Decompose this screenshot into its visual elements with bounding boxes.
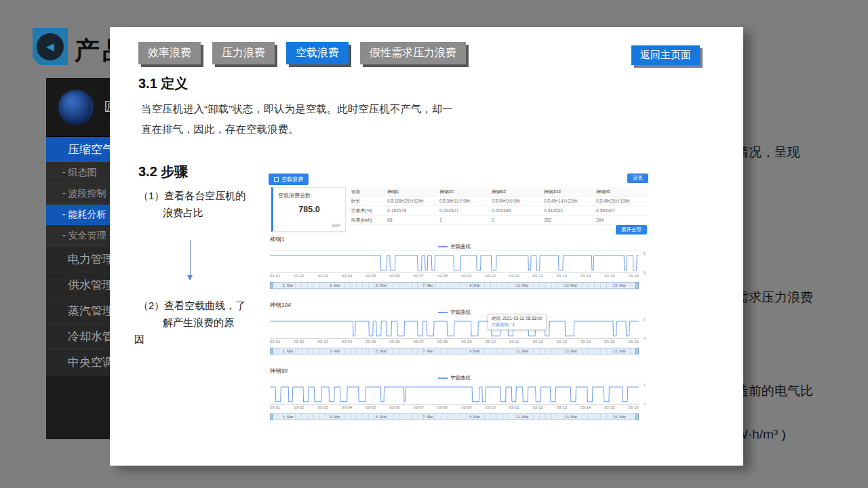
- table-cell: 0.000336: [492, 208, 544, 213]
- step-1-line: （1）查看各台空压机的: [134, 187, 270, 204]
- x-axis-tick: 03-01: [270, 405, 280, 409]
- datazoom-label: 1. Mar: [283, 415, 294, 419]
- datazoom-label: 3. Mar: [330, 349, 340, 353]
- dashboard-title: 空载浪费: [281, 176, 303, 183]
- datazoom-handle-left[interactable]: [270, 282, 273, 289]
- back-arrow-glyph: ◀: [37, 33, 64, 60]
- legend-label: 空载曲线: [450, 375, 471, 382]
- legend-line-icon: [438, 378, 448, 379]
- datazoom-label: 3. Mar: [330, 415, 340, 419]
- table-cell: 空载率(%): [351, 207, 387, 214]
- machine-chart: 神钢1空载曲线1003-0103-0203-0303-0403-0503-060…: [270, 236, 648, 297]
- x-axis-tick: 03-16: [629, 405, 639, 409]
- table-cell: 电量(kwh): [351, 217, 387, 224]
- column-header: 神钢2#: [439, 188, 492, 195]
- datazoom-handle-right[interactable]: [635, 348, 639, 354]
- legend-label: 空载曲线: [450, 309, 471, 316]
- waste-type-tabs: 效率浪费压力浪费空载浪费假性需求压力浪费: [138, 42, 466, 64]
- x-axis-tick: 03-02: [294, 274, 304, 278]
- datazoom-handle-left[interactable]: [270, 413, 273, 420]
- x-axis-tick: 03-07: [414, 405, 424, 409]
- background-text-fragment: 造前的电气比: [736, 382, 813, 400]
- settings-button[interactable]: 设置: [627, 174, 648, 183]
- app-logo-icon: [58, 89, 94, 125]
- table-cell: 68: [387, 218, 439, 222]
- column-header: 神钢9#: [596, 188, 648, 195]
- x-axis-tick: 03-02: [294, 340, 304, 344]
- column-header: 设备: [351, 188, 387, 195]
- table-cell: 0: [492, 218, 544, 222]
- x-axis-tick: 03-01: [270, 274, 280, 278]
- card-unit: kWh: [332, 223, 340, 228]
- x-axis-tick: 03-13: [557, 274, 567, 278]
- datazoom-label: 1. Mar: [283, 349, 294, 353]
- x-axis-tick: 03-12: [532, 405, 542, 409]
- tab-waste-type[interactable]: 假性需求压力浪费: [360, 42, 466, 64]
- tab-waste-type[interactable]: 空载浪费: [286, 42, 349, 64]
- definition-line: 直在排气，因此，存在空载浪费。: [141, 119, 534, 140]
- datazoom-slider[interactable]: 1. Mar3. Mar5. Mar7. Mar9. Mar11. Mar13.…: [270, 348, 639, 354]
- table-cell: 0天0时11分9秒: [439, 198, 492, 205]
- table-cell: 0.614521: [544, 208, 596, 213]
- table-row: 电量(kwh)6810352364: [351, 216, 648, 225]
- table-cell: 0天18时25分52秒: [387, 198, 439, 205]
- x-axis-tick: 03-13: [557, 340, 567, 344]
- datazoom-label: 9. Mar: [469, 415, 480, 419]
- expand-all-button[interactable]: 展开全部: [616, 225, 647, 235]
- definition-line: 当空压机进入“卸载”状态，即认为是空载。此时空压机不产气，却一: [141, 99, 534, 119]
- x-axis-tick: 03-04: [342, 405, 352, 409]
- table-cell: 0.002427: [439, 208, 492, 213]
- chart-legend[interactable]: 空载曲线: [270, 375, 639, 382]
- chart-plot-area[interactable]: 10时间: 2021-03-12 08:33:00空载曲线 : 1: [270, 316, 639, 339]
- legend-line-icon: [438, 246, 448, 247]
- y-axis-tick: 1: [644, 251, 646, 256]
- x-axis-tick: 03-06: [389, 340, 399, 344]
- dashboard-title-badge: 空载浪费: [269, 174, 309, 185]
- table-header-row: 设备神钢1神钢2#神钢6#神钢10#神钢9#: [351, 187, 648, 197]
- datazoom-slider[interactable]: 1. Mar3. Mar5. Mar7. Mar9. Mar11. Mar13.…: [270, 413, 639, 420]
- datazoom-slider[interactable]: 1. Mar3. Mar5. Mar7. Mar9. Mar11. Mar13.…: [270, 282, 639, 289]
- x-axis-tick: 03-07: [414, 274, 424, 278]
- x-axis-tick: 03-08: [437, 340, 448, 344]
- step-1: （1）查看各台空压机的 浪费占比: [134, 187, 270, 221]
- table-row: 空载率(%)0.1925780.0024270.0003360.6145210.…: [351, 206, 648, 216]
- x-axis-tick: 03-15: [604, 340, 614, 344]
- table-cell: 0天0时0分9秒: [492, 198, 544, 205]
- chart-plot-area[interactable]: 10: [270, 382, 639, 405]
- down-arrow-icon: [190, 240, 191, 278]
- x-axis-tick: 03-06: [389, 274, 399, 278]
- datazoom-label: 5. Mar: [376, 415, 387, 419]
- datazoom-label: 1. Mar: [283, 283, 294, 287]
- badge-square-icon: [274, 177, 279, 182]
- datazoom-label: 5. Mar: [376, 349, 387, 353]
- x-axis-tick: 03-01: [270, 340, 280, 344]
- x-axis-tick: 03-12: [532, 274, 542, 278]
- step-1-line: 浪费占比: [134, 204, 270, 221]
- table-cell: 0天4时14分22秒: [544, 198, 596, 205]
- back-arrow-icon[interactable]: ◀: [33, 28, 68, 65]
- x-axis-tick: 03-10: [485, 340, 495, 344]
- chart-plot-area[interactable]: 10: [270, 250, 639, 273]
- x-axis-labels: 03-0103-0203-0303-0403-0503-0603-0703-08…: [270, 405, 639, 409]
- card-value: 785.0: [273, 205, 345, 214]
- chart-legend[interactable]: 空载曲线: [270, 309, 639, 316]
- datazoom-label: 15. Mar: [613, 283, 626, 287]
- tooltip-time: 时间: 2021-03-12 08:33:00: [492, 316, 542, 322]
- tab-waste-type[interactable]: 压力浪费: [212, 42, 275, 64]
- legend-line-icon: [438, 312, 448, 313]
- machine-chart: 神钢10#空载曲线10时间: 2021-03-12 08:33:00空载曲线 :…: [270, 302, 648, 363]
- tab-waste-type[interactable]: 效率浪费: [138, 42, 201, 64]
- x-axis-tick: 03-07: [414, 340, 424, 344]
- return-home-button[interactable]: 返回主页面: [631, 45, 700, 65]
- datazoom-handle-right[interactable]: [635, 282, 639, 289]
- x-axis-tick: 03-11: [509, 274, 519, 278]
- datazoom-handle-left[interactable]: [270, 348, 273, 354]
- idle-waste-dashboard: 空载浪费 设置 空载浪费总数: 785.0 kWh 设备神钢1神钢2#神钢6#神…: [269, 174, 648, 426]
- datazoom-label: 7. Mar: [422, 349, 433, 353]
- x-axis-tick: 03-02: [294, 405, 304, 409]
- chart-legend[interactable]: 空载曲线: [270, 243, 639, 250]
- y-axis-tick: 0: [644, 270, 646, 274]
- x-axis-tick: 03-08: [437, 274, 448, 278]
- datazoom-handle-right[interactable]: [635, 413, 639, 420]
- step-2-line: 因: [134, 331, 270, 348]
